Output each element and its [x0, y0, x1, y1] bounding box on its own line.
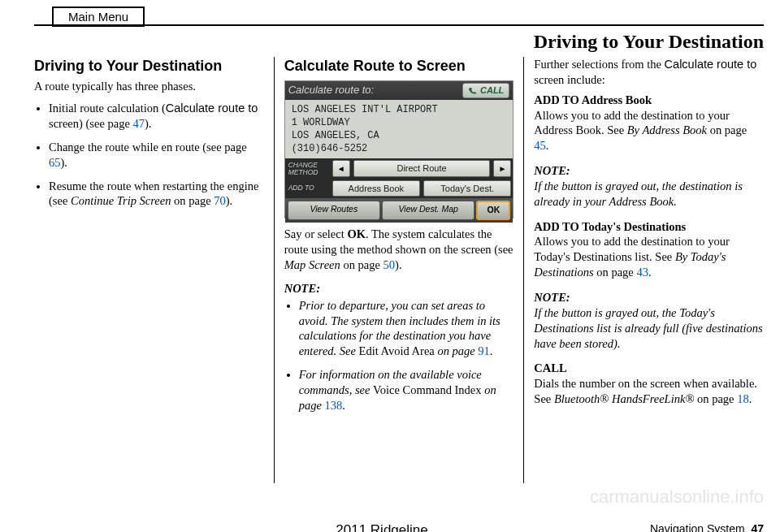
note-heading: NOTE:	[284, 281, 514, 296]
page-link[interactable]: 70	[214, 194, 226, 207]
text: .	[490, 344, 493, 357]
text: Say or select	[284, 227, 348, 240]
reference: Map Screen	[284, 258, 340, 271]
col2-paragraph: Say or select OK. The system calculates …	[284, 227, 514, 273]
text: on page	[707, 123, 747, 136]
text: on page	[435, 344, 479, 357]
ui-term: OK	[347, 227, 366, 240]
ss-add-to-row: ADD TO Address Book Today's Dest.	[285, 179, 514, 198]
ss-call-button: CALL	[462, 83, 509, 97]
nav-screenshot: Calculate route to: CALL LOS ANGELES INT…	[284, 80, 514, 218]
text: on page	[171, 194, 214, 207]
col1-list: Initial route calculation (Calculate rou…	[34, 101, 264, 209]
ss-titlebar: Calculate route to: CALL	[285, 81, 514, 99]
ss-change-method-label: CHANGE METHOD	[285, 158, 331, 178]
list-item: Resume the route when restarting the eng…	[49, 179, 264, 210]
column-1: Driving to Your Destination A route typi…	[34, 57, 275, 483]
subheading: ADD TO Today's Destinations	[534, 219, 764, 235]
note-text: If the button is grayed out, the destina…	[534, 179, 764, 210]
page-link[interactable]: 45	[534, 139, 546, 152]
list-item: For information on the available voice c…	[299, 367, 514, 413]
text: .	[749, 392, 752, 405]
text: on page	[594, 266, 637, 279]
ss-title: Calculate route to:	[288, 84, 375, 97]
list-item: Initial route calculation (Calculate rou…	[49, 101, 264, 132]
subheading: CALL	[534, 361, 764, 376]
list-item: Prior to departure, you can set areas to…	[299, 298, 514, 359]
ss-address-line: LOS ANGELES, CA	[292, 129, 507, 142]
call-block: CALL Dials the number on the screen when…	[534, 361, 764, 407]
note-heading: NOTE:	[534, 163, 764, 179]
add-to-address-book-block: ADD TO Address Book Allows you to add th…	[534, 93, 764, 154]
page-link[interactable]: 91	[478, 344, 490, 357]
ss-change-method-row: CHANGE METHOD ◄ Direct Route ►	[285, 158, 514, 178]
column-2: Calculate Route to Screen Calculate rout…	[275, 57, 525, 483]
ss-call-label: CALL	[480, 84, 504, 96]
page-footer: Navigation System 47	[650, 522, 764, 532]
ss-add-to-label: ADD TO	[285, 179, 331, 198]
watermark: carmanualsonline.info	[590, 487, 764, 508]
ss-address-line: 1 WORLDWAY	[292, 116, 507, 129]
list-item: Change the route while en route (see pag…	[49, 140, 264, 171]
text: ).	[145, 117, 151, 130]
text: screen include:	[534, 73, 604, 86]
page-link[interactable]: 18	[737, 392, 749, 405]
col1-heading: Driving to Your Destination	[34, 57, 264, 76]
note-heading: NOTE:	[534, 290, 764, 305]
col2-heading: Calculate Route to Screen	[284, 57, 514, 76]
ss-address-book-btn: Address Book	[332, 180, 420, 197]
text: screen) (see page	[49, 117, 132, 130]
page-link[interactable]: 138	[324, 399, 342, 412]
page-header: Driving to Your Destination	[534, 31, 764, 53]
ss-bottom-row: View Routes View Dest. Map OK	[285, 198, 514, 223]
text: on page	[340, 258, 384, 271]
ui-term: Calculate route to	[166, 102, 258, 115]
col1-intro: A route typically has three phases.	[34, 79, 264, 94]
vehicle-name: 2011 Ridgeline	[336, 522, 427, 532]
note-block: NOTE: If the button is grayed out, the d…	[534, 163, 764, 210]
col3-intro: Further selections from the Calculate ro…	[534, 57, 764, 88]
column-3: Further selections from the Calculate ro…	[524, 57, 764, 483]
ss-direct-route: Direct Route	[353, 160, 491, 176]
content-columns: Driving to Your Destination A route typi…	[34, 57, 764, 483]
phone-icon	[468, 87, 478, 94]
text: Change the route while en route (see pag…	[49, 141, 247, 154]
text: Initial route calculation (	[49, 102, 166, 115]
ss-body: LOS ANGELES INT'L AIRPORT 1 WORLDWAY LOS…	[285, 100, 514, 159]
text: METHOD	[288, 169, 327, 176]
reference: Bluetooth® HandsFreeLink®	[554, 392, 695, 405]
reference: By Address Book	[627, 123, 707, 136]
text: .	[648, 266, 652, 279]
ss-todays-dest-btn: Today's Dest.	[423, 180, 511, 197]
note-text: If the button is grayed out, the Today's…	[534, 305, 764, 352]
note-block: NOTE: If the button is grayed out, the T…	[534, 290, 764, 351]
ss-prev-arrow: ◄	[332, 160, 350, 176]
reference: Voice Command Index	[373, 383, 481, 396]
page-link[interactable]: 65	[49, 156, 61, 169]
add-to-todays-dest-block: ADD TO Today's Destinations Allows you t…	[534, 219, 764, 280]
col2-notes-list: Prior to departure, you can set areas to…	[284, 298, 514, 413]
ss-ok-btn: OK	[476, 201, 510, 220]
reference: Edit Avoid Area	[359, 344, 435, 357]
ss-next-arrow: ►	[493, 160, 511, 176]
subheading: ADD TO Address Book	[534, 93, 764, 108]
ss-view-dest-map-btn: View Dest. Map	[382, 201, 474, 220]
text: .	[546, 139, 549, 152]
page-link[interactable]: 43	[636, 266, 648, 279]
text: ).	[395, 258, 401, 271]
page-link[interactable]: 50	[384, 258, 396, 271]
reference: Continue Trip Screen	[71, 194, 171, 207]
text: on page	[694, 392, 737, 405]
text: .	[342, 399, 345, 412]
page-link[interactable]: 47	[132, 117, 145, 130]
header-rule	[34, 24, 764, 26]
text: ).	[226, 194, 232, 207]
section-name: Navigation System	[650, 522, 745, 532]
text: Further selections from the	[534, 58, 664, 71]
ss-view-routes-btn: View Routes	[288, 201, 380, 220]
ss-address-line: (310)646-5252	[292, 142, 507, 155]
text: ).	[61, 156, 67, 169]
page-number: 47	[751, 522, 764, 532]
ui-term: Calculate route to	[665, 58, 757, 71]
ss-address-line: LOS ANGELES INT'L AIRPORT	[292, 103, 507, 116]
